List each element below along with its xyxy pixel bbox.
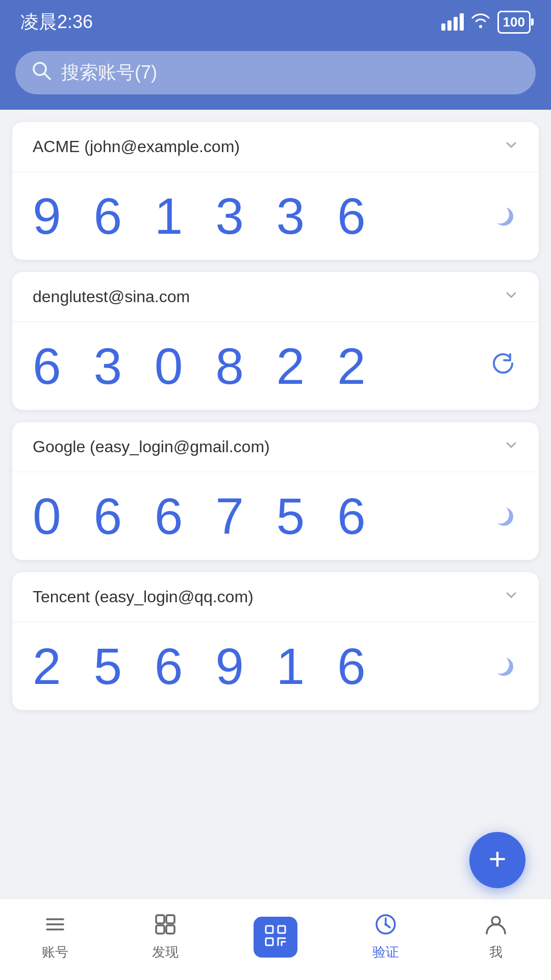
account-header-acme[interactable]: ACME (john@example.com) xyxy=(12,122,539,172)
nav-label-accounts: 账号 xyxy=(42,943,68,961)
svg-point-0 xyxy=(34,63,46,75)
moon-icon xyxy=(490,500,518,529)
chevron-down-icon xyxy=(504,138,518,156)
account-card-tencent[interactable]: Tencent (easy_login@qq.com) 2 5 6 9 1 6 xyxy=(12,572,539,710)
nav-item-accounts[interactable]: 账号 xyxy=(0,913,110,961)
plus-icon: + xyxy=(488,844,506,874)
battery-icon: 100 xyxy=(497,11,531,34)
moon-icon xyxy=(490,200,518,229)
svg-point-19 xyxy=(385,923,387,925)
status-time: 凌晨2:36 xyxy=(20,10,93,35)
moon-status-icon xyxy=(490,195,518,237)
chevron-down-icon xyxy=(504,438,518,456)
chevron-down-icon xyxy=(504,588,518,606)
svg-rect-7 xyxy=(156,925,164,934)
account-name-google: Google (easy_login@gmail.com) xyxy=(33,437,270,456)
account-name-acme: ACME (john@example.com) xyxy=(33,137,240,156)
nav-label-verify: 验证 xyxy=(372,943,399,961)
refresh-status-icon xyxy=(488,345,518,387)
bottom-nav: 账号 发现 xyxy=(0,898,551,980)
nav-item-discover[interactable]: 发现 xyxy=(110,913,220,961)
nav-item-scan[interactable] xyxy=(220,917,331,958)
account-card-denglutest[interactable]: denglutest@sina.com 6 3 0 8 2 2 xyxy=(12,272,539,410)
account-card-acme[interactable]: ACME (john@example.com) 9 6 1 3 3 6 xyxy=(12,122,539,260)
add-button[interactable]: + xyxy=(469,832,525,888)
svg-rect-10 xyxy=(278,926,285,933)
account-name-tencent: Tencent (easy_login@qq.com) xyxy=(33,587,254,606)
otp-code-google: 0 6 6 7 5 6 xyxy=(33,491,375,542)
svg-rect-11 xyxy=(266,938,273,945)
nav-label-me: 我 xyxy=(489,943,503,961)
svg-rect-6 xyxy=(166,915,174,923)
signal-icon xyxy=(441,13,464,31)
discover-icon xyxy=(154,913,177,939)
account-name-denglutest: denglutest@sina.com xyxy=(33,287,190,306)
otp-code-tencent: 2 5 6 9 1 6 xyxy=(33,641,375,692)
account-card-google[interactable]: Google (easy_login@gmail.com) 0 6 6 7 5 … xyxy=(12,422,539,560)
moon-status-icon xyxy=(490,645,518,687)
account-code-row-acme[interactable]: 9 6 1 3 3 6 xyxy=(12,172,539,260)
svg-rect-9 xyxy=(266,926,273,933)
moon-status-icon xyxy=(490,495,518,537)
otp-code-denglutest: 6 3 0 8 2 2 xyxy=(33,340,375,391)
moon-icon xyxy=(490,650,518,679)
account-header-denglutest[interactable]: denglutest@sina.com xyxy=(12,272,539,322)
status-icons: 100 xyxy=(441,11,531,34)
account-header-tencent[interactable]: Tencent (easy_login@qq.com) xyxy=(12,572,539,622)
otp-code-acme: 9 6 1 3 3 6 xyxy=(33,190,375,241)
account-code-row-google[interactable]: 0 6 6 7 5 6 xyxy=(12,472,539,560)
header: 搜索账号(7) xyxy=(0,41,551,110)
me-icon xyxy=(485,913,507,939)
nav-item-me[interactable]: 我 xyxy=(441,913,551,961)
nav-item-verify[interactable]: 验证 xyxy=(331,913,441,961)
scan-icon xyxy=(254,917,297,958)
search-icon xyxy=(32,61,51,85)
verify-icon xyxy=(374,913,397,939)
status-bar: 凌晨2:36 100 xyxy=(0,0,551,41)
chevron-down-icon xyxy=(504,288,518,306)
nav-label-discover: 发现 xyxy=(152,943,179,961)
svg-rect-5 xyxy=(156,915,164,923)
search-bar[interactable]: 搜索账号(7) xyxy=(15,51,536,94)
wifi-icon xyxy=(471,12,490,32)
account-code-row-tencent[interactable]: 2 5 6 9 1 6 xyxy=(12,622,539,710)
refresh-icon xyxy=(488,348,518,379)
search-placeholder: 搜索账号(7) xyxy=(61,60,157,85)
svg-rect-8 xyxy=(166,925,174,934)
accounts-icon xyxy=(44,913,66,939)
svg-line-1 xyxy=(45,74,50,79)
account-list: ACME (john@example.com) 9 6 1 3 3 6 deng… xyxy=(0,110,551,980)
account-header-google[interactable]: Google (easy_login@gmail.com) xyxy=(12,422,539,472)
account-code-row-denglutest[interactable]: 6 3 0 8 2 2 xyxy=(12,322,539,410)
